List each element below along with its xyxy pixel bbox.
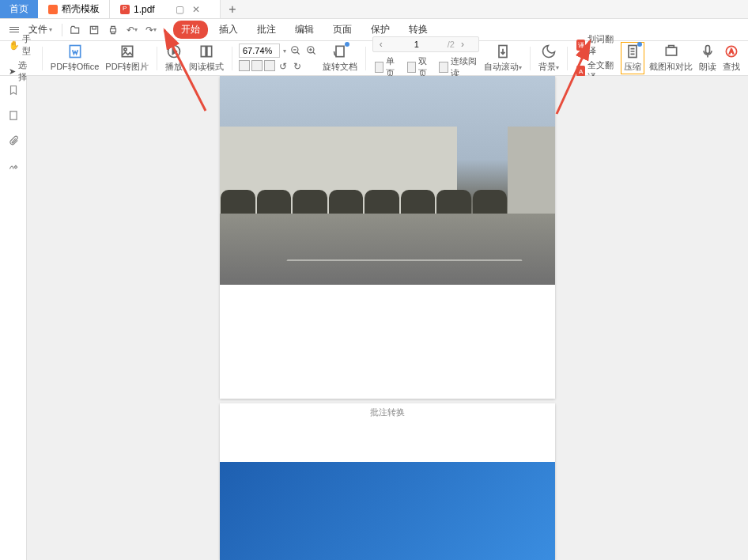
find-tool[interactable]: A 查找 — [721, 44, 742, 73]
read-mode-tool[interactable]: 阅读模式 — [187, 44, 225, 73]
page-nav-group: ‹ /2 › 单页 双页 连续阅读 — [372, 36, 480, 80]
play-label: 播放 — [165, 61, 183, 73]
zoom-dropdown-icon[interactable]: ▾ — [283, 47, 286, 55]
pdf-page-1 — [220, 76, 555, 399]
fit-width-icon[interactable] — [239, 60, 250, 71]
zoom-input[interactable] — [239, 44, 280, 58]
menu-edit[interactable]: 编辑 — [287, 21, 322, 39]
page-image — [220, 76, 555, 285]
compress-label: 压缩 — [624, 61, 641, 73]
auto-scroll-label: 自动滚动▾ — [484, 61, 522, 73]
zoom-in-icon[interactable] — [305, 44, 318, 57]
continuous-icon — [439, 62, 448, 73]
thumbnails-icon[interactable] — [7, 109, 20, 122]
cursor-icon: ➤ — [9, 66, 16, 77]
tab-home[interactable]: 首页 — [0, 0, 38, 18]
pdf-office-label: PDF转Office — [51, 61, 100, 73]
tab-bar: 首页 稻壳模板 1.pdf ▢ ✕ + — [0, 0, 748, 19]
read-aloud-tool[interactable]: 朗读 — [697, 44, 718, 73]
tab-controls: ▢ ✕ — [174, 3, 202, 16]
bookmark-icon[interactable] — [7, 84, 20, 96]
hand-tool[interactable]: ✋ 手型 — [6, 32, 36, 58]
svg-rect-12 — [706, 46, 710, 54]
main: 批注转换 — [0, 76, 748, 560]
zoom-out-icon[interactable] — [289, 44, 302, 57]
separator — [42, 47, 43, 70]
page2-image — [220, 462, 555, 560]
word-icon — [67, 44, 83, 59]
page-viewer[interactable]: 批注转换 — [27, 76, 748, 560]
separator — [365, 47, 366, 70]
svg-rect-0 — [90, 26, 97, 33]
toolbar: ✋ 手型 ➤ 选择 PDF转Office PDF转图片 播放 阅读模式 ▾ — [0, 41, 748, 76]
translate-full-icon: A — [576, 66, 585, 77]
rotate-doc[interactable]: 旋转文档 — [321, 44, 359, 73]
separator — [157, 47, 157, 70]
read-mode-label: 阅读模式 — [189, 61, 224, 73]
double-page-icon — [407, 62, 416, 73]
menu-start[interactable]: 开始 — [173, 21, 208, 39]
page-input[interactable] — [389, 40, 444, 49]
rotate-right-icon[interactable]: ↻ — [291, 60, 304, 73]
screenshot-tool[interactable]: 截图和对比 — [648, 44, 694, 73]
rotate-doc-icon — [332, 44, 348, 59]
rotate-left-icon[interactable]: ↺ — [277, 60, 289, 73]
svg-rect-15 — [9, 112, 16, 120]
background-tool[interactable]: 背景▾ — [537, 44, 561, 73]
fit-page-icon[interactable] — [251, 60, 263, 71]
svg-point-4 — [124, 48, 127, 51]
tab-restore-icon[interactable]: ▢ — [174, 3, 187, 16]
image-icon — [119, 44, 135, 59]
separator — [232, 47, 232, 70]
compress-tool[interactable]: 压缩 — [621, 42, 644, 74]
redo-icon[interactable]: ↷▾ — [145, 24, 157, 36]
page-total: /2 — [448, 40, 455, 49]
tab-add[interactable]: + — [221, 0, 244, 18]
tab-close-icon[interactable]: ✕ — [190, 3, 202, 16]
compress-icon — [625, 44, 640, 59]
auto-scroll-icon — [495, 44, 511, 59]
attachment-icon[interactable] — [7, 134, 20, 147]
tab-template-label: 稻壳模板 — [62, 2, 100, 16]
word-translate[interactable]: 译 划词翻译 — [574, 32, 618, 58]
svg-rect-11 — [666, 47, 676, 55]
pdf-to-image[interactable]: PDF转图片 — [104, 44, 150, 73]
play-tool[interactable]: 播放 — [164, 44, 184, 73]
menu-page[interactable]: 页面 — [325, 21, 360, 39]
page2-text: 批注转换 — [220, 403, 555, 422]
quick-access: ↶▾ ↷▾ — [69, 24, 157, 36]
actual-size-icon[interactable] — [264, 60, 275, 71]
folder-open-icon[interactable] — [69, 24, 81, 36]
background-label: 背景▾ — [538, 61, 559, 73]
separator — [567, 47, 568, 70]
print-icon[interactable] — [107, 24, 119, 36]
svg-rect-8 — [336, 46, 344, 56]
svg-rect-1 — [111, 28, 116, 32]
next-page-icon[interactable]: › — [458, 39, 467, 50]
menu-annotate[interactable]: 批注 — [249, 21, 284, 39]
word-translate-label: 划词翻译 — [587, 33, 615, 57]
screenshot-icon — [663, 44, 679, 59]
pdf-to-office[interactable]: PDF转Office — [49, 44, 101, 73]
separator — [530, 47, 531, 70]
separator — [62, 24, 62, 36]
save-icon[interactable] — [88, 24, 100, 36]
undo-icon[interactable]: ↶▾ — [126, 24, 138, 36]
microphone-icon — [700, 44, 716, 59]
pdf-icon — [119, 4, 130, 15]
signature-icon[interactable] — [7, 160, 20, 172]
sidebar — [0, 76, 27, 560]
pdf-image-label: PDF转图片 — [105, 61, 149, 73]
auto-scroll[interactable]: 自动滚动▾ — [482, 44, 523, 73]
tab-template[interactable]: 稻壳模板 — [38, 0, 110, 18]
rotate-label: 旋转文档 — [323, 61, 357, 73]
zoom-group: ▾ ↺ ↻ — [239, 44, 318, 73]
svg-text:A: A — [729, 47, 734, 55]
prev-page-icon[interactable]: ‹ — [376, 39, 386, 50]
tab-pdf[interactable]: 1.pdf ▢ ✕ — [110, 0, 221, 18]
read-aloud-label: 朗读 — [699, 61, 716, 73]
menu-insert[interactable]: 插入 — [211, 21, 246, 39]
moon-icon — [541, 44, 557, 59]
search-icon: A — [723, 44, 739, 59]
tab-home-label: 首页 — [9, 2, 28, 16]
